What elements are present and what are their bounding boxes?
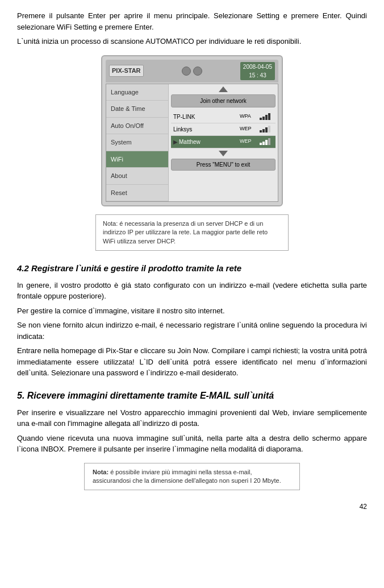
device-screen: Language Date & Time Auto On/Off System … <box>106 84 278 202</box>
signal-bars-linksys <box>260 126 273 132</box>
network-name-linksys: Linksys <box>173 125 240 134</box>
menu-item-language: Language <box>106 84 168 101</box>
note-box-1: Nota: é necessaria la presenza di un ser… <box>95 214 289 251</box>
press-menu-label: Press "MENU" to exit <box>171 159 276 171</box>
device-header: PIX-STAR 2008-04-05 15 : 43 <box>106 60 278 82</box>
intro-para2: L`unitá inizia un processo di scansione … <box>17 36 367 47</box>
section-42-heading: 4.2 Registrare l`unitá e gestire il prod… <box>17 262 367 275</box>
note-box-2: Nota: é possibile inviare più immagini n… <box>84 463 300 491</box>
signal-bars-matthew <box>260 138 273 145</box>
join-other-network-button: Join other network <box>171 94 276 107</box>
scroll-down-arrow <box>219 151 228 156</box>
device-screenshot: PIX-STAR 2008-04-05 15 : 43 Language Dat… <box>17 55 367 207</box>
section5-para1: Per inserire e visualizzare nel Vostro a… <box>17 407 367 429</box>
section42-para4: Entrare nella homepage di Pix-Star e cli… <box>17 345 367 379</box>
network-type-matthew: WEP <box>240 138 260 146</box>
menu-sidebar: Language Date & Time Auto On/Off System … <box>106 84 169 202</box>
camera-icon <box>182 67 191 76</box>
page-number: 42 <box>17 502 367 512</box>
section5-para2: Quando viene ricevuta una nuova immagine… <box>17 433 367 455</box>
network-type-linksys: WEP <box>240 125 260 133</box>
device-icons <box>182 67 202 76</box>
intro-para1: Premere il pulsante Enter per aprire il … <box>17 10 367 32</box>
menu-item-wifi: WiFi <box>106 151 168 168</box>
signal-bars-tplink <box>260 113 273 120</box>
network-name-matthew: Matthew <box>179 138 240 146</box>
note2-text: é possibile inviare più immagini nella s… <box>93 469 281 484</box>
network-type-tplink: WPA <box>240 113 260 121</box>
network-row-linksys: Linksys WEP <box>171 123 276 136</box>
scroll-up-arrow <box>171 86 276 92</box>
menu-item-autoonoff: Auto On/Off <box>106 118 168 135</box>
menu-item-about: About <box>106 168 168 185</box>
wifi-icon <box>193 67 202 76</box>
device-date-text: 2008-04-05 <box>243 63 272 71</box>
network-row-tplink: TP-LINK WPA <box>171 111 276 123</box>
selected-check-icon: ▶ <box>173 138 178 146</box>
menu-item-reset: Reset <box>106 185 168 202</box>
section42-para3: Se non viene fornito alcun indirizzo e-m… <box>17 320 367 342</box>
network-name-tplink: TP-LINK <box>173 113 240 121</box>
section-5-heading: 5. Ricevere immagini direttamente tramit… <box>17 389 367 403</box>
section42-para2: Per gestire la cornice d`immagine, visit… <box>17 305 367 317</box>
menu-item-datetime: Date & Time <box>106 101 168 118</box>
device-datetime: 2008-04-05 15 : 43 <box>240 62 275 80</box>
menu-item-system: System <box>106 134 168 151</box>
wifi-content: Join other network TP-LINK WPA Linksys W… <box>169 84 278 202</box>
device-time-text: 15 : 43 <box>243 71 272 80</box>
note1-text: Nota: é necessaria la presenza di un ser… <box>103 220 268 245</box>
device-logo: PIX-STAR <box>109 65 144 77</box>
network-row-matthew: ▶ Matthew WEP <box>171 136 276 148</box>
section42-para1: In genere, il vostro prodotto è giá stat… <box>17 280 367 302</box>
note2-label: Nota: <box>93 469 108 475</box>
